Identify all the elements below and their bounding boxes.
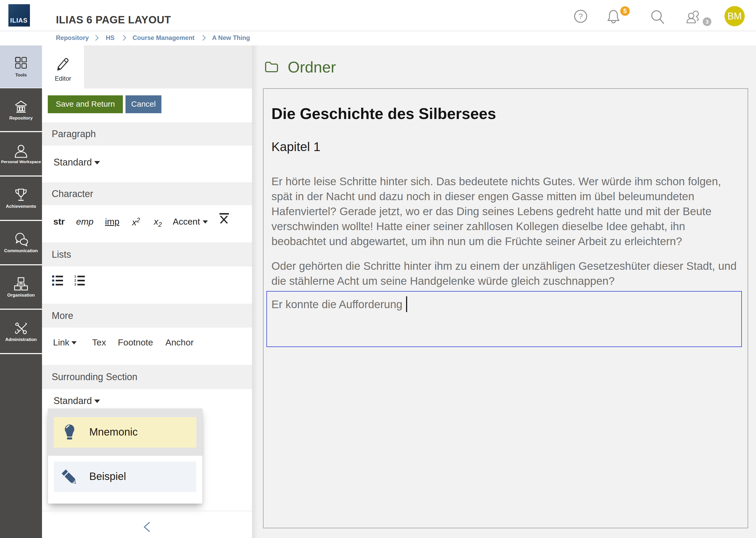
svg-text:2: 2 — [74, 279, 76, 282]
svg-text:?: ? — [579, 12, 583, 21]
svg-text:3: 3 — [74, 282, 76, 286]
svg-text:1: 1 — [74, 275, 76, 279]
